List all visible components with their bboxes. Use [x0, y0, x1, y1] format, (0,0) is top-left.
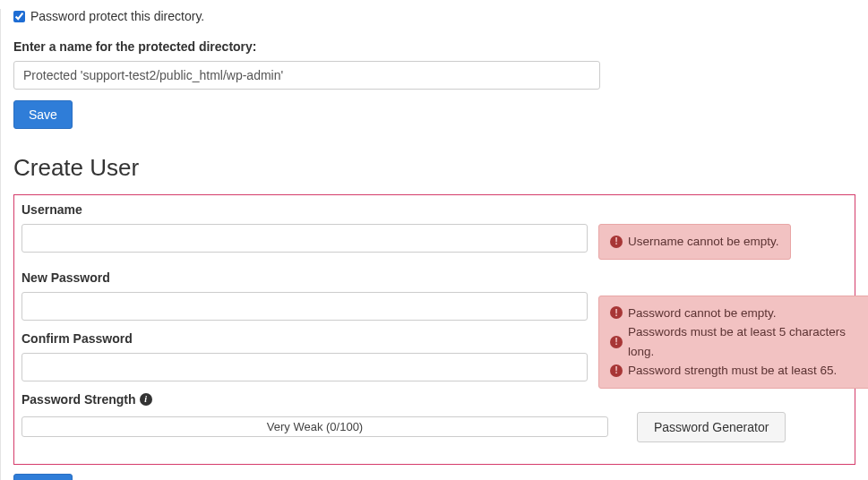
password-strength-meter: Very Weak (0/100): [21, 416, 608, 437]
password-strength-label: Password Strength: [21, 392, 136, 407]
confirm-password-input[interactable]: [21, 353, 588, 381]
create-user-heading: Create User: [13, 154, 855, 182]
username-error-text: Username cannot be empty.: [628, 232, 779, 252]
directory-name-input[interactable]: [13, 61, 600, 90]
password-error-text-0: Password cannot be empty.: [628, 304, 777, 323]
new-password-input[interactable]: [21, 292, 588, 321]
directory-name-label: Enter a name for the protected directory…: [13, 39, 855, 54]
create-user-panel: Username ! Username cannot be empty. New…: [13, 194, 855, 465]
password-error-text-2: Password strength must be at least 65.: [628, 361, 837, 381]
password-error-text-1: Passwords must be at least 5 characters …: [628, 322, 868, 361]
new-password-label: New Password: [21, 270, 588, 285]
error-icon: !: [610, 364, 623, 377]
error-icon: !: [610, 336, 623, 348]
error-icon: !: [610, 236, 623, 248]
confirm-password-label: Confirm Password: [21, 331, 588, 346]
protect-checkbox[interactable]: [13, 11, 25, 22]
save-directory-button[interactable]: Save: [13, 100, 73, 129]
protect-directory-section: Password protect this directory. Enter a…: [13, 9, 855, 129]
password-errors: ! Password cannot be empty. ! Passwords …: [598, 296, 868, 389]
info-icon[interactable]: i: [140, 393, 152, 406]
password-generator-button[interactable]: Password Generator: [637, 412, 786, 442]
username-label: Username: [21, 202, 847, 217]
protect-checkbox-label: Password protect this directory.: [30, 9, 204, 23]
error-icon: !: [610, 306, 623, 319]
save-user-button[interactable]: Save: [13, 474, 73, 480]
username-input[interactable]: [21, 224, 588, 253]
username-error: ! Username cannot be empty.: [598, 224, 791, 260]
